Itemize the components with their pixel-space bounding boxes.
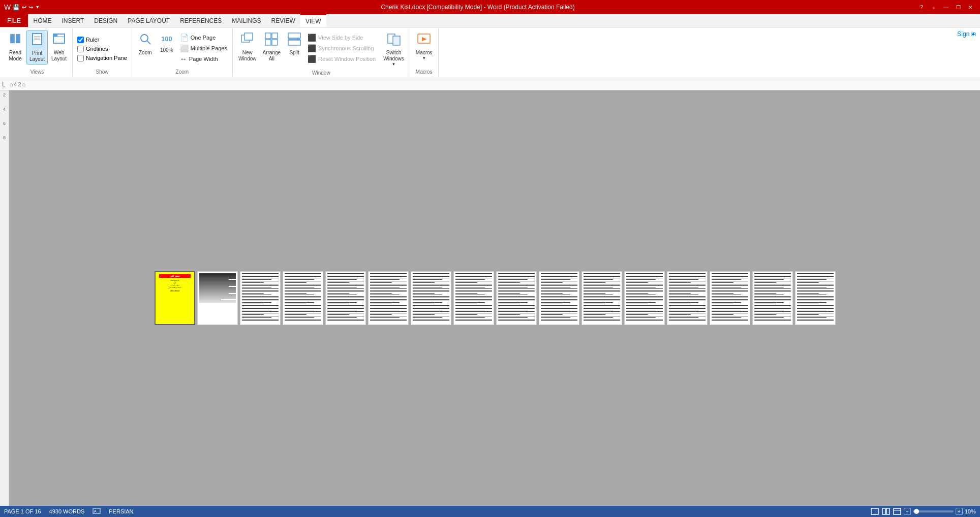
multiple-pages-icon: ⬜ [180, 44, 189, 52]
full-reading-status-button[interactable] [881, 507, 891, 515]
ruler-corner[interactable]: L [2, 81, 6, 88]
thumbnail-page-1[interactable]: تحقیق آنلاین مرجع وابستهفایلپروژه، پاورپ… [155, 271, 195, 325]
page-indicator: PAGE 1 OF 16 [4, 508, 41, 514]
help-button[interactable]: ? [916, 2, 927, 12]
thumbnail-page-13[interactable] [667, 271, 708, 325]
macros-button[interactable]: Macros ▼ [413, 30, 435, 62]
zoom-thumb[interactable] [914, 509, 919, 514]
ribbon: ReadMode PrintLayout WebLayout Views Rul… [0, 27, 980, 78]
split-button[interactable]: Split [284, 30, 304, 57]
customize-icon[interactable]: ▼ [35, 5, 40, 10]
read-mode-label: ReadMode [9, 50, 21, 62]
thumb-14-lines [710, 272, 750, 323]
word-count: 4930 WORDS [49, 508, 85, 514]
thumbnail-page-5[interactable] [325, 271, 366, 325]
thumbnails-container: تحقیق آنلاین مرجع وابستهفایلپروژه، پاورپ… [139, 266, 851, 330]
zoom-100-label: 100% [160, 47, 173, 53]
thumbnail-page-8[interactable] [453, 271, 494, 325]
svg-rect-1 [16, 34, 20, 43]
one-page-button[interactable]: 📄 One Page [178, 33, 229, 43]
gridlines-checkbox-label[interactable]: Gridlines [76, 45, 109, 53]
web-layout-status-button[interactable] [893, 507, 902, 515]
synchronous-scrolling-icon: ⬛ [308, 44, 316, 52]
zoom-button[interactable]: Zoom [135, 30, 156, 57]
close-button[interactable]: ✕ [965, 2, 976, 12]
gridlines-checkbox[interactable] [77, 46, 84, 52]
macros-label: Macros [416, 50, 433, 56]
print-layout-status-button[interactable] [870, 507, 879, 515]
arrange-all-button[interactable]: ArrangeAll [260, 30, 284, 63]
thumbnail-page-12[interactable] [624, 271, 665, 325]
svg-rect-29 [894, 508, 901, 514]
navigation-pane-checkbox[interactable] [77, 55, 84, 61]
menu-review[interactable]: REVIEW [266, 14, 300, 27]
views-buttons: ReadMode PrintLayout WebLayout [5, 29, 69, 68]
ribbon-collapse-button[interactable]: ⬦ [928, 2, 939, 12]
zoom-minus-button[interactable]: − [904, 508, 911, 515]
switch-windows-arrow: ▼ [392, 62, 396, 67]
zoom-track[interactable] [913, 510, 954, 512]
thumbnail-page-9[interactable] [496, 271, 537, 325]
reset-window-position-icon: ⬛ [308, 55, 316, 63]
thumbnail-page-7[interactable] [411, 271, 451, 325]
print-layout-button[interactable]: PrintLayout [26, 30, 48, 64]
menu-insert[interactable]: INSERT [56, 14, 89, 27]
read-mode-button[interactable]: ReadMode [5, 30, 25, 63]
words-label: 4930 WORDS [49, 508, 85, 514]
switch-windows-button[interactable]: SwitchWindows ▼ [381, 30, 407, 68]
word-icon: W [4, 3, 11, 11]
thumbnail-page-16[interactable] [795, 271, 836, 325]
zoom-plus-button[interactable]: + [956, 508, 963, 515]
sign-in-link[interactable]: Sign in [957, 30, 976, 38]
zoom-100-button[interactable]: 100 100% [157, 30, 177, 55]
thumbnail-page-6[interactable] [368, 271, 409, 325]
thumb-10-lines [539, 272, 579, 323]
ruler-checkbox[interactable] [77, 37, 84, 43]
new-window-button[interactable]: NewWindow [236, 30, 259, 63]
thumbnail-page-14[interactable] [710, 271, 750, 325]
thumbnail-page-4[interactable] [283, 271, 323, 325]
page-width-button[interactable]: ↔ Page Width [178, 54, 229, 64]
minimize-button[interactable]: — [940, 2, 952, 12]
zoom-btn-label: Zoom [139, 50, 152, 56]
print-layout-icon [30, 33, 44, 49]
ruler-num-3: 2 [18, 81, 21, 87]
title-bar-left: W 💾 ↩ ↪ ▼ [4, 3, 40, 11]
thumbnail-page-15[interactable] [752, 271, 793, 325]
show-label: Show [76, 68, 129, 76]
thumbnail-page-11[interactable] [581, 271, 622, 325]
thumbnail-page-10[interactable] [539, 271, 579, 325]
status-bar: PAGE 1 OF 16 4930 WORDS A PERSIAN − + 10… [0, 506, 980, 517]
ruler-mark-8: 8 [3, 135, 6, 140]
menu-references[interactable]: REFERENCES [175, 14, 227, 27]
macros-icon [417, 32, 431, 49]
undo-icon[interactable]: ↩ [22, 4, 26, 11]
svg-rect-15 [265, 40, 271, 45]
ribbon-group-zoom: Zoom 100 100% 📄 One Page ⬜ Multiple Page… [132, 28, 233, 77]
navigation-pane-checkbox-label[interactable]: Navigation Pane [76, 54, 129, 62]
zoom-100-icon: 100 [160, 32, 174, 46]
multiple-pages-button[interactable]: ⬜ Multiple Pages [178, 43, 229, 53]
web-layout-button[interactable]: WebLayout [49, 30, 69, 63]
save-icon[interactable]: 💾 [13, 4, 20, 11]
thumb-3-lines [240, 272, 280, 323]
thumbnail-page-2[interactable] [197, 271, 238, 325]
redo-icon[interactable]: ↪ [28, 4, 33, 11]
menu-view[interactable]: VIEW [300, 14, 326, 27]
svg-rect-12 [244, 33, 253, 40]
ribbon-group-window: NewWindow ArrangeAll Split ⬛ View Side b… [233, 28, 410, 77]
zoom-content: Zoom 100 100% 📄 One Page ⬜ Multiple Page… [135, 29, 229, 68]
ruler-checkbox-label[interactable]: Ruler [76, 36, 101, 44]
menu-mailings[interactable]: MAILINGS [227, 14, 266, 27]
menu-home[interactable]: HOME [28, 14, 56, 27]
ruler-mark-4: 4 [3, 107, 6, 112]
thumb-9-lines [497, 272, 536, 323]
thumb-13-lines [667, 272, 707, 323]
ruler-mark-2: 2 [3, 92, 6, 98]
thumbnail-page-3[interactable] [240, 271, 281, 325]
menu-design[interactable]: DESIGN [89, 14, 122, 27]
maximize-button[interactable]: ❐ [953, 2, 964, 12]
arrange-all-label: ArrangeAll [263, 50, 281, 62]
menu-file[interactable]: FILE [0, 14, 28, 27]
menu-page-layout[interactable]: PAGE LAYOUT [122, 14, 175, 27]
